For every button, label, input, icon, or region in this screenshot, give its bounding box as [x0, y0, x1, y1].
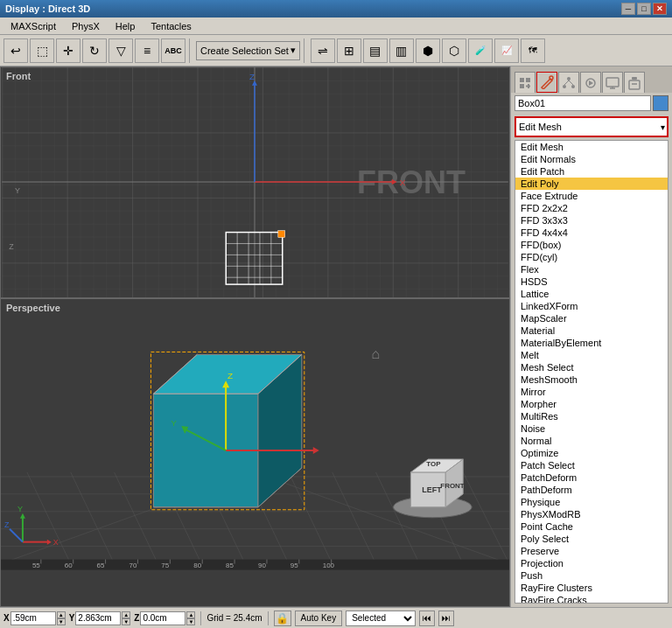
modifier-list-item[interactable]: FFD 4x4x4: [515, 227, 668, 239]
modifier-list-item[interactable]: MaterialByElement: [515, 337, 668, 349]
y-input[interactable]: [75, 611, 121, 625]
menu-maxscript[interactable]: MAXScript: [4, 19, 63, 33]
modifier-list-item[interactable]: FFD 2x2x2: [515, 202, 668, 214]
modifier-list-item[interactable]: Normal: [515, 435, 668, 447]
front-viewport[interactable]: Front FRONT: [0, 66, 510, 298]
modifier-list-item[interactable]: Edit Patch: [515, 165, 668, 178]
svg-rect-97: [520, 84, 524, 88]
x-input[interactable]: [10, 611, 56, 625]
modifier-list-item[interactable]: Physique: [515, 496, 668, 508]
toolbar-btn-rotate[interactable]: ↻: [82, 38, 107, 63]
modifier-list-item[interactable]: Patch Select: [515, 459, 668, 471]
modifier-list-item[interactable]: Mesh Select: [515, 361, 668, 373]
toolbar-btn-group[interactable]: ▥: [389, 38, 414, 63]
auto-key-button[interactable]: Auto Key: [295, 611, 343, 626]
svg-rect-95: [520, 78, 524, 82]
modifier-list-item[interactable]: Point Cache: [515, 520, 668, 533]
modifier-list-item[interactable]: MultiRes: [515, 410, 668, 422]
modifier-list-item[interactable]: Melt: [515, 349, 668, 361]
toolbar-btn-mirror[interactable]: ⇌: [311, 38, 335, 63]
object-color-swatch[interactable]: [653, 95, 668, 111]
svg-text:95: 95: [290, 562, 298, 569]
modifier-list-item[interactable]: MeshSmooth: [515, 373, 668, 386]
viewport-area: Front FRONT: [0, 66, 510, 607]
toolbar-btn-ref[interactable]: ≡: [135, 38, 159, 63]
svg-text:⌂: ⌂: [372, 346, 381, 361]
modifier-list-item[interactable]: Projection: [515, 557, 668, 569]
svg-text:Z: Z: [249, 72, 255, 81]
modifier-list-item[interactable]: Poly Select: [515, 533, 668, 545]
modifier-list-item[interactable]: RayFire Cracks: [515, 594, 668, 604]
modifier-list-item[interactable]: Optimize: [515, 447, 668, 459]
modifier-list-item[interactable]: RayFire Clusters: [515, 582, 668, 594]
modifier-dropdown[interactable]: Edit MeshEdit NormalsEdit PatchEdit Poly…: [516, 118, 667, 136]
modifier-list-item[interactable]: Noise: [515, 422, 668, 435]
modifier-list-item[interactable]: Edit Normals: [515, 153, 668, 165]
create-selection-btn[interactable]: Create Selection Set ▾: [196, 41, 300, 60]
persp-viewport[interactable]: Perspective: [0, 298, 510, 607]
z-input[interactable]: [140, 611, 186, 625]
minimize-button[interactable]: ─: [621, 3, 635, 15]
modifier-list-item[interactable]: Preserve: [515, 545, 668, 557]
menu-tentacles[interactable]: Tentacles: [144, 19, 198, 33]
modifier-list-item[interactable]: Face Extrude: [515, 190, 668, 202]
toolbar-btn-schematic[interactable]: 🗺: [521, 38, 545, 63]
tab-hierarchy[interactable]: [558, 72, 579, 93]
modifier-list[interactable]: Edit MeshEdit NormalsEdit PatchEdit Poly…: [514, 140, 668, 604]
modifier-list-item[interactable]: FFD(box): [515, 239, 668, 251]
modifier-list-item[interactable]: PathDeform: [515, 484, 668, 496]
modifier-list-item[interactable]: Material: [515, 324, 668, 337]
close-button[interactable]: ✕: [653, 3, 667, 15]
tab-utilities[interactable]: [624, 72, 645, 93]
nav-prev-button[interactable]: ⏮: [419, 611, 435, 626]
modifier-list-item[interactable]: LinkedXForm: [515, 300, 668, 312]
menu-help[interactable]: Help: [108, 19, 143, 33]
modifier-list-item[interactable]: Edit Poly: [515, 178, 668, 190]
modifier-list-item[interactable]: Mirror: [515, 386, 668, 398]
toolbar-btn-select[interactable]: ⬚: [30, 38, 54, 63]
z-coord: Z ▲ ▼: [134, 611, 195, 625]
modifier-list-item[interactable]: Push: [515, 569, 668, 582]
nav-next-button[interactable]: ⏭: [438, 611, 454, 626]
toolbar-btn-render1[interactable]: ⬢: [416, 38, 440, 63]
x-spin-down[interactable]: ▼: [57, 618, 66, 625]
modifier-list-item[interactable]: PatchDeform: [515, 471, 668, 484]
y-spin-up[interactable]: ▲: [122, 611, 130, 618]
tab-create[interactable]: [514, 72, 536, 93]
toolbar-btn-material[interactable]: 🧪: [468, 38, 493, 63]
y-spin-down[interactable]: ▼: [122, 618, 130, 625]
z-spin-down[interactable]: ▼: [186, 618, 195, 625]
selected-dropdown[interactable]: Selected All None: [346, 611, 416, 626]
toolbar-btn-scale[interactable]: ▽: [108, 38, 133, 63]
modifier-list-item[interactable]: Lattice: [515, 288, 668, 300]
svg-rect-112: [629, 80, 640, 89]
toolbar-btn-align[interactable]: ⊞: [337, 38, 361, 63]
modifier-list-item[interactable]: FFD(cyl): [515, 251, 668, 263]
svg-line-29: [71, 472, 115, 564]
modifier-list-item[interactable]: HSDS: [515, 276, 668, 288]
tab-display[interactable]: [602, 72, 623, 93]
toolbar-btn-abc[interactable]: ABC: [161, 38, 186, 63]
toolbar-btn-layer[interactable]: ▤: [363, 38, 388, 63]
modifier-list-item[interactable]: Morpher: [515, 398, 668, 410]
object-name-input[interactable]: [514, 95, 651, 111]
maximize-button[interactable]: □: [637, 3, 651, 15]
tab-modify[interactable]: [536, 72, 557, 93]
modifier-list-item[interactable]: Flex: [515, 263, 668, 276]
x-spin-up[interactable]: ▲: [57, 611, 66, 618]
svg-text:Y: Y: [15, 186, 20, 195]
modifier-list-item[interactable]: Edit Mesh: [515, 141, 668, 153]
lock-button[interactable]: 🔒: [274, 611, 291, 626]
z-spin-up[interactable]: ▲: [186, 611, 195, 618]
toolbar-btn-render2[interactable]: ⬡: [442, 38, 466, 63]
menu-physx[interactable]: PhysX: [65, 19, 107, 33]
modifier-list-item[interactable]: PhysXModRB: [515, 508, 668, 520]
modifier-list-item[interactable]: FFD 3x3x3: [515, 214, 668, 227]
svg-text:55: 55: [32, 562, 40, 569]
modifier-list-item[interactable]: MapScaler: [515, 312, 668, 324]
toolbar-btn-curve[interactable]: 📈: [494, 38, 519, 63]
tab-motion[interactable]: [580, 72, 601, 93]
toolbar: ↩ ⬚ ✛ ↻ ▽ ≡ ABC Create Selection Set ▾ ⇌…: [0, 35, 672, 66]
toolbar-btn-undo[interactable]: ↩: [4, 38, 28, 63]
toolbar-btn-move[interactable]: ✛: [56, 38, 80, 63]
